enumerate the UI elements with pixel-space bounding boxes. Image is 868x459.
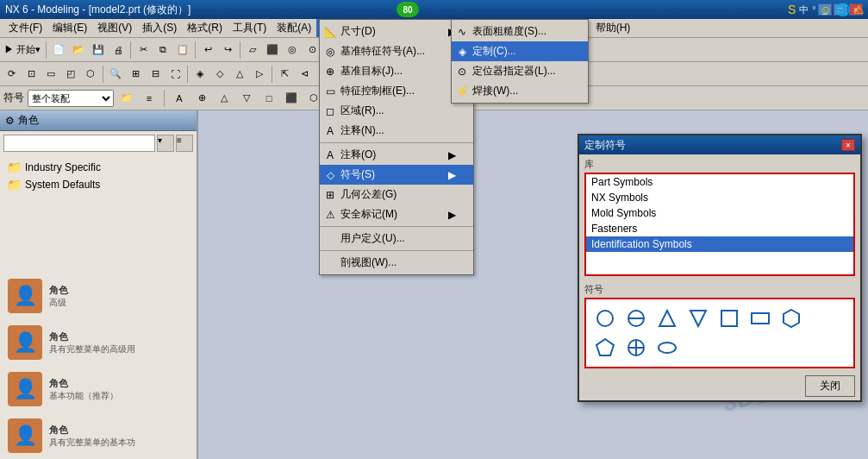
t2sep1 <box>103 66 103 83</box>
t2-btn2[interactable]: ⊡ <box>22 65 41 84</box>
library-item-0[interactable]: Part Symbols <box>586 174 853 190</box>
redo-btn[interactable]: ↪ <box>218 41 237 60</box>
user-icon[interactable]: ☺ <box>820 3 832 16</box>
sym-circle-h[interactable] <box>624 306 648 330</box>
t2-btn15[interactable]: ⊲ <box>295 65 314 84</box>
sym-bar-btn7[interactable]: □ <box>259 89 278 108</box>
symbol-sub-custom[interactable]: ◈ 定制(C)... <box>452 41 588 61</box>
tree-item-system[interactable]: 📁 System Defaults <box>3 176 193 193</box>
sym-oval[interactable] <box>655 336 679 360</box>
t2-btn4[interactable]: ◰ <box>61 65 80 84</box>
open-btn[interactable]: 📂 <box>69 41 88 60</box>
new-btn[interactable]: 📄 <box>49 41 68 60</box>
menu-assembly[interactable]: 装配(A) <box>272 19 316 37</box>
symbol-sub-weld[interactable]: ⚡ 焊接(W)... <box>452 81 588 101</box>
sym-bar-btn3[interactable]: A <box>170 89 189 108</box>
weld-icon: ⚡ <box>455 85 469 98</box>
tree-item-industry[interactable]: 📁 Industry Specific <box>3 159 193 176</box>
t2-btn10[interactable]: ◈ <box>190 65 209 84</box>
help-icon[interactable]: S <box>788 3 796 16</box>
library-item-1[interactable]: NX Symbols <box>586 190 853 205</box>
tree-item-label-industry: Industry Specific <box>25 161 101 173</box>
symbol-sub-locator[interactable]: ⊙ 定位器指定器(L)... <box>452 61 588 81</box>
t2-btn12[interactable]: △ <box>230 65 249 84</box>
menu-help[interactable]: 帮助(H) <box>590 19 636 37</box>
sym-rectangle[interactable] <box>748 306 772 330</box>
library-item-3[interactable]: Fasteners <box>586 221 853 236</box>
symbol-dropdown-1[interactable]: 整个装配 <box>28 90 114 107</box>
sym-bar-btn1[interactable]: 📁 <box>117 89 136 108</box>
pmi-item-symbol[interactable]: ◇ 符号(S) ▶ <box>320 165 473 185</box>
copy-btn[interactable]: ⧉ <box>153 41 172 60</box>
role-avatar-1: 👤 <box>8 325 42 360</box>
sym-pentagon[interactable] <box>593 336 617 360</box>
menu-edit[interactable]: 编辑(E) <box>47 19 92 37</box>
t2-btn6[interactable]: 🔍 <box>106 65 125 84</box>
t2-btn8[interactable]: ⊟ <box>146 65 165 84</box>
dialog-library-section: 库 Part Symbols NX Symbols Mold Symbols F… <box>579 154 860 280</box>
sym-bar-btn8[interactable]: ⬛ <box>282 89 301 108</box>
folder-icon-2: 📁 <box>7 178 22 192</box>
symbol-bar-label: 符号 <box>3 91 24 105</box>
revolve-btn[interactable]: ◎ <box>283 41 302 60</box>
t2-btn9[interactable]: ⛶ <box>165 65 184 84</box>
pmi-item-safety[interactable]: ⚠ 安全标记(M) ▶ <box>320 204 473 224</box>
tolerance-icon: ⊞ <box>323 188 337 202</box>
pmi-item-note[interactable]: A 注释(N)... <box>320 121 473 141</box>
separator-icon: 中 <box>799 3 809 16</box>
t2-btn1[interactable]: ⟳ <box>2 65 21 84</box>
t2-btn13[interactable]: ▷ <box>250 65 269 84</box>
role-item-2[interactable]: 👤 角色 基本功能（推荐） <box>3 368 193 411</box>
pmi-item-user-defined[interactable]: 用户定义(U)... <box>320 229 473 248</box>
menu-file[interactable]: 文件(F) <box>3 19 47 37</box>
dialog-close-footer-button[interactable]: 关闭 <box>805 375 855 397</box>
t2-btn7[interactable]: ⊞ <box>126 65 145 84</box>
sym-bar-btn4[interactable]: ⊕ <box>192 89 211 108</box>
sym-bar-btn6[interactable]: ▽ <box>237 89 256 108</box>
extrude-btn[interactable]: ⬛ <box>263 41 282 60</box>
pmi-item-tolerance[interactable]: ⊞ 几何公差(G) <box>320 185 473 204</box>
start-btn[interactable]: ▶ 开始▾ <box>2 41 43 60</box>
save-btn[interactable]: 💾 <box>89 41 108 60</box>
search-options-btn[interactable]: ≡ <box>176 135 193 152</box>
role-item-3[interactable]: 👤 角色 具有完整菜单的基本功 <box>3 414 193 457</box>
t2-btn11[interactable]: ◇ <box>210 65 229 84</box>
t2-btn3[interactable]: ▭ <box>41 65 60 84</box>
library-item-2[interactable]: Mold Symbols <box>586 205 853 221</box>
role-item-0[interactable]: 👤 角色 高级 <box>3 274 193 318</box>
svg-marker-3 <box>659 311 675 326</box>
menu-format[interactable]: 格式(R) <box>182 19 228 37</box>
print-btn[interactable]: 🖨 <box>109 41 128 60</box>
sym-square[interactable] <box>717 306 741 330</box>
feature-control-icon: ▭ <box>323 85 337 98</box>
sym-circle[interactable] <box>593 306 617 330</box>
pmi-item-section-view[interactable]: 剖视图(W)... <box>320 253 473 273</box>
search-input[interactable] <box>3 135 155 152</box>
undo-btn[interactable]: ↩ <box>198 41 217 60</box>
paste-btn[interactable]: 📋 <box>173 41 192 60</box>
t2-btn5[interactable]: ⬡ <box>81 65 100 84</box>
sym-hexagon[interactable] <box>779 306 803 330</box>
pmi-item-annotation[interactable]: A 注释(O) ▶ <box>320 145 473 165</box>
sym-triangle-down[interactable] <box>686 306 710 330</box>
sym-circle-cross[interactable] <box>624 336 648 360</box>
folder-icon: 📁 <box>7 160 22 174</box>
menu-tools[interactable]: 工具(T) <box>228 19 272 37</box>
t2-btn14[interactable]: ⇱ <box>275 65 294 84</box>
symbol-sub-roughness[interactable]: ∿ 表面粗糙度(S)... <box>452 22 588 41</box>
menu-insert[interactable]: 插入(S) <box>137 19 182 37</box>
sym-triangle[interactable] <box>655 306 679 330</box>
cut-btn[interactable]: ✂ <box>134 41 153 60</box>
sym-bar-btn5[interactable]: △ <box>215 89 234 108</box>
search-go-btn[interactable]: ▾ <box>157 135 174 152</box>
warning-icon[interactable]: ⚠ <box>853 3 865 16</box>
sketch-btn[interactable]: ▱ <box>243 41 262 60</box>
dialog-close-x-button[interactable]: × <box>841 139 855 151</box>
pmi-item-region[interactable]: ◻ 区域(R)... <box>320 101 473 121</box>
network-icon[interactable]: 🌐 <box>835 3 850 16</box>
symbols-label: 符号 <box>584 283 855 296</box>
library-item-4[interactable]: Identification Symbols <box>586 236 853 252</box>
menu-view[interactable]: 视图(V) <box>92 19 137 37</box>
role-item-1[interactable]: 👤 角色 具有完整菜单的高级用 <box>3 321 193 364</box>
sym-bar-btn2[interactable]: ≡ <box>140 89 159 108</box>
